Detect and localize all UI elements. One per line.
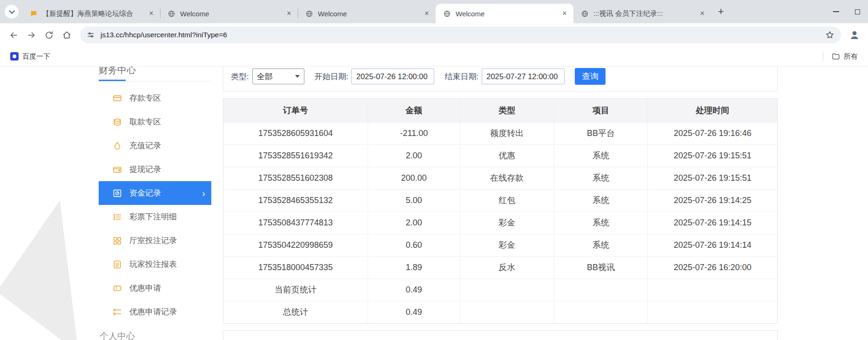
records-icon [113,307,122,317]
table-cell: 总统计 [223,301,368,323]
end-date-label: 结束日期: [444,71,478,82]
maximize-button[interactable] [847,0,868,23]
forward-button[interactable] [22,26,40,44]
table-cell: 1753528605931604 [223,122,368,144]
column-header: 项目 [554,99,647,122]
table-cell [460,301,554,323]
all-bookmarks-button[interactable]: 所有 [828,50,861,63]
sidebar-item-promo-apply-records[interactable]: 优惠申请记录 [99,300,211,324]
sidebar-item-label: 厅室投注记录 [129,235,177,246]
tab-close-icon[interactable]: × [560,9,569,18]
url-text[interactable]: js13.cc/hhcp/usercenter.html?iniType=6 [101,31,227,39]
table-cell: 在线存款 [460,167,554,189]
sidebar-item-label: 资金记录 [129,188,161,198]
sidebar-item-hall-bet-records[interactable]: 厅室投注记录 [99,229,211,252]
globe-favicon-icon [443,10,451,18]
home-button[interactable] [58,26,75,44]
minimize-button[interactable] [825,0,847,23]
sidebar-item-funds-records[interactable]: 资金记录› [99,181,211,205]
table-cell: 系统 [554,167,647,189]
chat-favicon-icon [30,10,38,18]
table-cell: 2.00 [368,144,460,167]
tab-separator [298,9,298,18]
safe-icon [113,189,122,198]
bookmark-star-icon[interactable] [825,30,834,40]
table-cell [460,279,554,301]
sidebar-item-label: 彩票下注明细 [129,211,177,222]
table-row: 总统计0.49 [223,301,777,323]
query-button[interactable]: 查询 [575,68,606,85]
table-cell: 0.60 [368,234,460,256]
browser-tab-welcome-2[interactable]: Welcome× [298,4,436,23]
sidebar-item-recharge-records[interactable]: 充值记录 [99,134,211,157]
home-icon [62,30,72,40]
card-icon [113,94,122,103]
forward-icon [27,30,36,40]
column-header: 订单号 [223,99,368,122]
sidebar-item-withdraw-zone[interactable]: 取款专区 [99,110,211,134]
tab-close-icon[interactable]: × [423,9,431,18]
active-section-underline [99,80,126,81]
table-cell: 0.49 [368,301,460,323]
minimize-icon [833,11,839,12]
sidebar-item-player-bet-report[interactable]: 玩家投注报表 [99,252,211,276]
browser-tab-welcome-1[interactable]: Welcome× [160,4,298,23]
type-select[interactable]: 全部 [252,68,304,84]
bookmarks-bar-right: 所有 [823,50,861,63]
sidebar-item-withdraw-records[interactable]: 提现记录 [99,157,211,181]
browser-tab-strip: 【新提醒】海燕策略论坛综合×Welcome×Welcome×Welcome×::… [0,0,868,23]
tab-search-button[interactable] [5,5,19,19]
browser-toolbar: js13.cc/hhcp/usercenter.html?iniType=6 [0,23,868,47]
table-row: 1753528551602308200.00在线存款系统2025-07-26 1… [223,167,777,189]
column-header: 处理时间 [648,99,777,122]
list-icon [113,212,122,222]
site-info-icon[interactable] [87,31,95,39]
sidebar: 财务中心 存款专区取款专区充值记录提现记录资金记录›彩票下注明细厅室投注记录玩家… [99,67,211,340]
globe-favicon-icon [168,10,175,18]
tab-close-icon[interactable]: × [147,9,155,18]
profile-avatar-button[interactable] [846,26,863,44]
tab-close-icon[interactable]: × [285,9,293,18]
table-row: 17535284653551325.00红包系统2025-07-26 19:14… [223,189,777,211]
end-date-input[interactable] [482,68,565,84]
tab-strip-tabs: 【新提醒】海燕策略论坛综合×Welcome×Welcome×Welcome×::… [22,4,711,23]
table-cell: 优惠 [460,144,554,167]
browser-tab-welcome-3[interactable]: Welcome× [436,4,573,23]
table-cell: 系统 [554,144,647,167]
table-cell: 2025-07-26 19:14:25 [648,189,777,211]
sidebar-item-lottery-bet-details[interactable]: 彩票下注明细 [99,205,211,229]
baidu-favicon-icon [10,52,19,61]
new-tab-button[interactable]: + [714,5,728,19]
bookmark-baidu[interactable]: 百度一下 [7,50,54,63]
avatar-icon [848,29,861,41]
sidebar-item-promo-apply[interactable]: 优惠申请 [99,276,211,300]
records-table: 订单号金额类型项目处理时间 1753528605931604-211.00额度转… [223,99,777,323]
table-cell: 5.00 [368,189,460,211]
table-cell [648,301,777,323]
sidebar-item-deposit-zone[interactable]: 存款专区 [99,86,211,110]
table-cell: 2025-07-26 19:15:51 [648,144,777,167]
reload-icon [44,30,54,40]
table-cell: BB平台 [554,122,647,144]
tab-title: 【新提醒】海燕策略论坛综合 [42,9,144,18]
reload-button[interactable] [40,26,58,44]
start-date-input[interactable] [351,68,434,84]
browser-tab-forum[interactable]: 【新提醒】海燕策略论坛综合× [22,4,160,23]
back-button[interactable] [5,26,22,44]
table-cell: 1753504220998659 [223,234,368,256]
address-bar[interactable]: js13.cc/hhcp/usercenter.html?iniType=6 [80,27,841,43]
tab-title: Welcome [180,10,282,18]
table-cell: 1.89 [368,256,460,279]
maximize-icon [855,9,860,14]
tab-close-icon[interactable]: × [698,9,707,18]
table-cell: BB视讯 [554,256,647,279]
table-row: 17535042209986590.60彩金系统2025-07-26 19:14… [223,234,777,256]
table-cell [554,301,647,323]
table-cell: 2025-07-26 19:16:46 [648,122,777,144]
tab-separator [160,9,161,18]
browser-tab-video-records[interactable]: :::视讯 会员下注纪录:::× [573,4,711,23]
sidebar-section-title: 财务中心 [99,67,136,76]
table-row: 17535285516193422.00优惠系统2025-07-26 19:15… [223,144,777,167]
sidebar-item-label: 提现记录 [129,164,161,175]
table-cell: 系统 [554,211,647,234]
